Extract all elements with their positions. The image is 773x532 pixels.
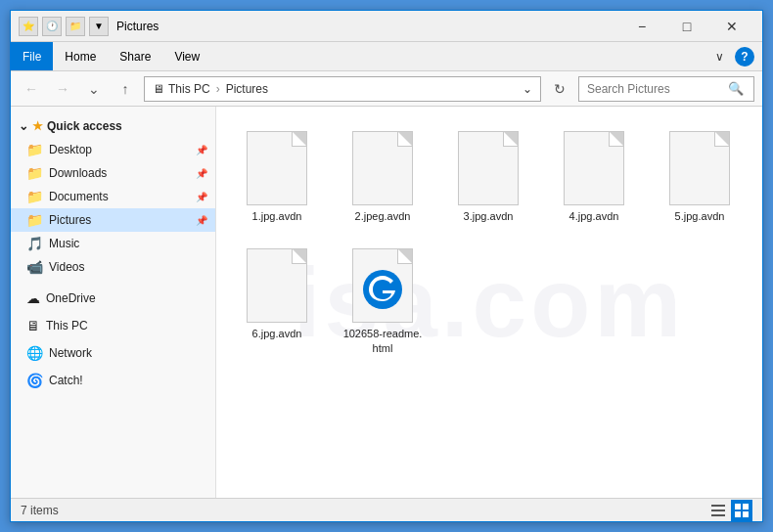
quick-access-chevron: ⌄ xyxy=(19,119,28,133)
sidebar-documents-label: Documents xyxy=(49,190,109,203)
item-count: 7 items xyxy=(21,504,59,517)
documents-pin-icon: 📌 xyxy=(196,192,207,202)
file-item-6[interactable]: 6.jpg.avdn xyxy=(228,236,326,360)
network-icon: 🌐 xyxy=(26,345,43,361)
svg-rect-5 xyxy=(743,504,749,510)
sidebar-pictures-label: Pictures xyxy=(49,213,91,227)
file-icon-5 xyxy=(664,127,735,205)
sidebar-item-pictures[interactable]: 📁 Pictures 📌 xyxy=(11,208,215,232)
file-icon-3 xyxy=(453,127,523,205)
large-icons-view-button[interactable] xyxy=(731,500,752,521)
search-box[interactable]: 🔍 xyxy=(578,76,754,102)
file-page-4 xyxy=(564,131,624,205)
file-name-7: 102658-readme.html xyxy=(343,327,423,355)
catch-icon: 🌀 xyxy=(26,373,43,388)
sidebar-item-onedrive[interactable]: ☁ OneDrive xyxy=(11,287,215,310)
path-sep-1: › xyxy=(216,82,220,96)
file-page-5 xyxy=(669,131,730,205)
minimize-button[interactable]: − xyxy=(619,11,664,42)
sidebar-network-label: Network xyxy=(49,346,92,360)
sidebar-thispc-label: This PC xyxy=(46,319,88,332)
address-path[interactable]: 🖥 This PC › Pictures ⌄ xyxy=(144,76,541,102)
details-view-button[interactable] xyxy=(707,500,729,521)
address-right-buttons: ↻ xyxy=(547,76,572,102)
history-dropdown-button[interactable]: ⌄ xyxy=(81,76,107,102)
svg-rect-2 xyxy=(711,510,725,511)
file-item-1[interactable]: 1.jpg.avdn xyxy=(228,118,326,228)
file-name-2: 2.jpeg.avdn xyxy=(355,209,411,223)
large-icons-view-icon xyxy=(734,503,750,518)
refresh-button[interactable]: ↻ xyxy=(547,76,572,102)
menu-file[interactable]: File xyxy=(11,42,53,70)
file-name-3: 3.jpg.avdn xyxy=(464,209,514,223)
search-icon: 🔍 xyxy=(728,81,744,96)
restore-button[interactable]: □ xyxy=(664,11,709,42)
file-item-3[interactable]: 3.jpg.avdn xyxy=(439,118,537,228)
file-item-7[interactable]: 102658-readme.html xyxy=(334,236,432,360)
quick-access-label: Quick access xyxy=(47,119,122,133)
forward-button[interactable]: → xyxy=(50,76,75,102)
search-input[interactable] xyxy=(587,82,724,96)
sidebar-item-thispc[interactable]: 🖥 This PC xyxy=(11,314,215,337)
file-page-2 xyxy=(352,131,413,205)
sidebar-item-desktop[interactable]: 📁 Desktop 📌 xyxy=(11,138,215,161)
quick-access-header[interactable]: ⌄ ★ Quick access xyxy=(11,114,215,138)
sidebar-catch-label: Catch! xyxy=(49,374,83,387)
file-name-1: 1.jpg.avdn xyxy=(252,209,302,223)
file-item-5[interactable]: 5.jpg.avdn xyxy=(651,118,749,228)
menu-home[interactable]: Home xyxy=(53,42,108,70)
thispc-icon: 🖥 xyxy=(26,318,40,333)
help-button[interactable]: ? xyxy=(735,47,754,66)
edge-logo-icon xyxy=(361,268,404,311)
sidebar-desktop-label: Desktop xyxy=(49,143,92,156)
videos-folder-icon: 📹 xyxy=(26,259,43,275)
onedrive-icon: ☁ xyxy=(26,290,40,306)
file-icon-4 xyxy=(559,127,629,205)
menu-view[interactable]: View xyxy=(162,42,211,70)
file-grid: 1.jpg.avdn 2.jpeg.avdn 3.jpg.avdn xyxy=(228,118,750,360)
sidebar-item-downloads[interactable]: 📁 Downloads 📌 xyxy=(11,161,215,185)
svg-rect-1 xyxy=(711,505,725,507)
sidebar-onedrive-label: OneDrive xyxy=(46,291,96,305)
file-icon-7 xyxy=(347,244,418,323)
sidebar: ⌄ ★ Quick access 📁 Desktop 📌 📁 Downloads… xyxy=(11,107,216,498)
sidebar-music-label: Music xyxy=(49,237,79,250)
view-toggle xyxy=(707,500,752,521)
path-dropdown[interactable]: ⌄ xyxy=(523,82,532,96)
file-icon-6 xyxy=(242,244,312,323)
sidebar-item-network[interactable]: 🌐 Network xyxy=(11,341,215,365)
downloads-folder-icon: 📁 xyxy=(26,165,43,181)
menu-share[interactable]: Share xyxy=(108,42,162,70)
explorer-window: ⭐ 🕐 📁 ▼ Pictures − □ ✕ File Home Share V… xyxy=(10,10,763,522)
file-item-2[interactable]: 2.jpeg.avdn xyxy=(334,118,432,228)
file-item-4[interactable]: 4.jpg.avdn xyxy=(545,118,643,228)
menu-bar: File Home Share View ∨ ? xyxy=(11,42,762,71)
file-icon-1 xyxy=(242,127,312,205)
up-button[interactable]: ↑ xyxy=(113,76,138,102)
path-this-pc-icon: 🖥 xyxy=(153,82,164,96)
details-view-icon xyxy=(710,503,726,518)
menu-chevron-button[interactable]: ∨ xyxy=(707,45,731,68)
sidebar-downloads-label: Downloads xyxy=(49,166,107,180)
close-button[interactable]: ✕ xyxy=(709,11,754,42)
downloads-pin-icon: 📌 xyxy=(196,168,207,179)
dropdown-icon: ▼ xyxy=(89,17,109,36)
file-name-5: 5.jpg.avdn xyxy=(675,209,725,223)
pictures-folder-icon: 📁 xyxy=(26,212,43,228)
svg-rect-6 xyxy=(735,511,741,517)
title-bar-icons: ⭐ 🕐 📁 ▼ xyxy=(19,17,109,36)
pictures-pin-icon: 📌 xyxy=(196,215,207,226)
file-page-6 xyxy=(247,248,307,323)
file-page-1 xyxy=(247,131,307,205)
sidebar-videos-label: Videos xyxy=(49,260,84,274)
sidebar-item-documents[interactable]: 📁 Documents 📌 xyxy=(11,185,215,208)
sidebar-item-catch[interactable]: 🌀 Catch! xyxy=(11,369,215,392)
quick-access-icon: ⭐ xyxy=(19,17,38,36)
file-name-6: 6.jpg.avdn xyxy=(252,327,302,340)
file-page-3 xyxy=(458,131,519,205)
music-folder-icon: 🎵 xyxy=(26,236,43,251)
address-bar: ← → ⌄ ↑ 🖥 This PC › Pictures ⌄ ↻ 🔍 xyxy=(11,71,762,107)
sidebar-item-videos[interactable]: 📹 Videos xyxy=(11,255,215,279)
back-button[interactable]: ← xyxy=(19,76,44,102)
sidebar-item-music[interactable]: 🎵 Music xyxy=(11,232,215,255)
